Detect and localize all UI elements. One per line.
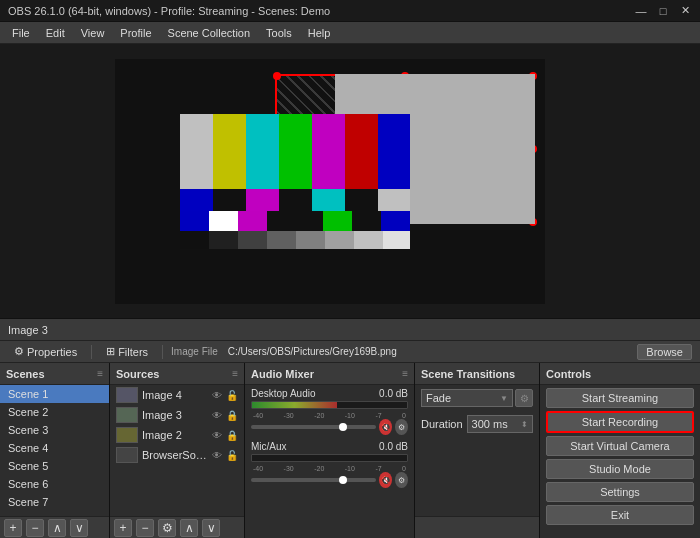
source-settings-button[interactable]: ⚙ [158, 519, 176, 537]
source-visibility-1[interactable]: 👁 [212, 390, 222, 401]
source-item-4: BrowserSource👁🔓 [110, 445, 244, 465]
transition-type-row: Fade ▼ ⚙ [415, 385, 539, 411]
desktop-audio-mute-button[interactable]: 🔇 [379, 419, 392, 435]
move-source-down-button[interactable]: ∨ [202, 519, 220, 537]
menu-profile[interactable]: Profile [112, 22, 159, 43]
scene-item-6[interactable]: Scene 6 [0, 475, 109, 493]
mic-aux-settings-button[interactable]: ⚙ [395, 472, 408, 488]
svg-rect-27 [354, 231, 383, 249]
exit-button[interactable]: Exit [546, 505, 694, 525]
source-visibility-3[interactable]: 👁 [212, 430, 222, 441]
scene-item-7[interactable]: Scene 7 [0, 493, 109, 511]
mic-aux-header: Mic/Aux 0.0 dB [251, 441, 408, 452]
add-scene-button[interactable]: + [4, 519, 22, 537]
transitions-panel: Scene Transitions Fade ▼ ⚙ Duration 300 … [415, 363, 540, 538]
transition-type-select[interactable]: Fade ▼ [421, 389, 513, 407]
desktop-audio-settings-button[interactable]: ⚙ [395, 419, 408, 435]
menu-help[interactable]: Help [300, 22, 339, 43]
scene-item-1[interactable]: Scene 1 [0, 385, 109, 403]
menu-file[interactable]: File [4, 22, 38, 43]
svg-rect-28 [383, 231, 410, 249]
mic-aux-db: 0.0 dB [379, 441, 408, 452]
controls-panel: Controls Start Streaming Start Recording… [540, 363, 700, 538]
handle-top-left[interactable] [273, 72, 281, 80]
scene-item-3[interactable]: Scene 3 [0, 421, 109, 439]
source-name-2: Image 3 [142, 409, 208, 421]
source-lock-4[interactable]: 🔓 [226, 450, 238, 461]
transitions-header-label: Scene Transitions [421, 368, 515, 380]
mic-aux-name: Mic/Aux [251, 441, 287, 452]
source-name-3: Image 2 [142, 429, 208, 441]
mic-aux-mute-button[interactable]: 🔇 [379, 472, 392, 488]
source-item-2: Image 3👁🔒 [110, 405, 244, 425]
transition-duration-row: Duration 300 ms ⬍ [415, 411, 539, 437]
svg-rect-21 [180, 231, 209, 249]
image-file-label: Image File [171, 346, 218, 357]
scenes-panel: Scenes ≡ Scene 1Scene 2Scene 3Scene 4Sce… [0, 363, 110, 538]
move-scene-down-button[interactable]: ∨ [70, 519, 88, 537]
scene-item-2[interactable]: Scene 2 [0, 403, 109, 421]
studio-mode-button[interactable]: Studio Mode [546, 459, 694, 479]
mic-aux-scale: -40 -30 -20 -10 -7 0 [251, 465, 408, 472]
menu-view[interactable]: View [73, 22, 113, 43]
mic-aux-slider[interactable] [251, 478, 376, 482]
scene-item-5[interactable]: Scene 5 [0, 457, 109, 475]
source-visibility-2[interactable]: 👁 [212, 410, 222, 421]
svg-rect-20 [381, 211, 410, 231]
minimize-button[interactable]: — [634, 4, 648, 18]
start-recording-button[interactable]: Start Recording [546, 411, 694, 433]
transition-select-row: Fade ▼ ⚙ [421, 389, 533, 407]
source-visibility-4[interactable]: 👁 [212, 450, 222, 461]
start-streaming-button[interactable]: Start Streaming [546, 388, 694, 408]
scenes-list: Scene 1Scene 2Scene 3Scene 4Scene 5Scene… [0, 385, 109, 516]
browse-button[interactable]: Browse [637, 344, 692, 360]
source-lock-1[interactable]: 🔓 [226, 390, 238, 401]
source-item-1: Image 4👁🔓 [110, 385, 244, 405]
start-virtual-camera-button[interactable]: Start Virtual Camera [546, 436, 694, 456]
svg-rect-8 [213, 189, 246, 211]
scenes-footer: + − ∧ ∨ [0, 516, 109, 538]
svg-rect-14 [180, 211, 209, 231]
transition-settings-button[interactable]: ⚙ [515, 389, 533, 407]
add-source-button[interactable]: + [114, 519, 132, 537]
scenes-menu-icon[interactable]: ≡ [97, 368, 103, 379]
svg-rect-15 [209, 211, 238, 231]
remove-source-button[interactable]: − [136, 519, 154, 537]
image-file-path: C:/Users/OBS/Pictures/Grey169B.png [228, 346, 634, 357]
move-source-up-button[interactable]: ∧ [180, 519, 198, 537]
gear-icon: ⚙ [14, 345, 24, 358]
source-item-3: Image 2👁🔒 [110, 425, 244, 445]
transitions-header: Scene Transitions [415, 363, 539, 385]
desktop-audio-header: Desktop Audio 0.0 dB [251, 388, 408, 399]
properties-button[interactable]: ⚙ Properties [8, 343, 83, 360]
move-scene-up-button[interactable]: ∧ [48, 519, 66, 537]
settings-button[interactable]: Settings [546, 482, 694, 502]
scenes-header: Scenes ≡ [0, 363, 109, 385]
audio-mixer-menu-icon[interactable]: ≡ [402, 368, 408, 379]
selected-source-label: Image 3 [8, 324, 48, 336]
desktop-audio-slider[interactable] [251, 425, 376, 429]
desktop-audio-name: Desktop Audio [251, 388, 316, 399]
filters-button[interactable]: ⊞ Filters [100, 343, 154, 360]
source-lock-3[interactable]: 🔒 [226, 430, 238, 441]
filter-icon: ⊞ [106, 345, 115, 358]
svg-rect-1 [213, 114, 246, 189]
maximize-button[interactable]: □ [656, 4, 670, 18]
sources-panel: Sources ≡ Image 4👁🔓Image 3👁🔒Image 2👁🔒Bro… [110, 363, 245, 538]
duration-input[interactable]: 300 ms ⬍ [467, 415, 533, 433]
sources-menu-icon[interactable]: ≡ [232, 368, 238, 379]
menu-tools[interactable]: Tools [258, 22, 300, 43]
remove-scene-button[interactable]: − [26, 519, 44, 537]
source-lock-2[interactable]: 🔒 [226, 410, 238, 421]
audio-mixer-header: Audio Mixer ≡ [245, 363, 414, 385]
menu-edit[interactable]: Edit [38, 22, 73, 43]
sources-header: Sources ≡ [110, 363, 244, 385]
close-button[interactable]: ✕ [678, 4, 692, 18]
preview-canvas [115, 59, 545, 304]
sources-list: Image 4👁🔓Image 3👁🔒Image 2👁🔒BrowserSource… [110, 385, 244, 516]
source-thumb-4 [116, 447, 138, 463]
desktop-audio-level [252, 402, 337, 408]
menu-scene-collection[interactable]: Scene Collection [160, 22, 259, 43]
scene-item-4[interactable]: Scene 4 [0, 439, 109, 457]
transition-select-arrow: ▼ [500, 394, 508, 403]
